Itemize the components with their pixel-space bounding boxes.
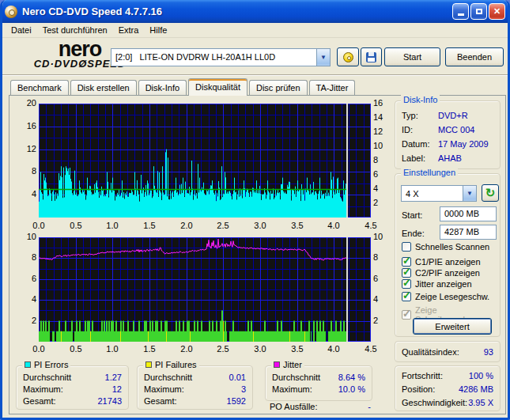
save-button[interactable] [361,47,382,66]
drive-select[interactable]: [2:0] LITE-ON DVDRW LH-20A1H LL0D ▼ [111,48,331,66]
stats-label: Durchschnitt [272,372,320,384]
axis-tick-label: 2.0 [176,221,197,230]
checkbox-schnelles-scannen[interactable]: Schnelles Scannen [402,242,489,252]
progress-row: Position:4286 MB [395,383,500,396]
axis-tick-label: 8 [373,252,391,262]
axis-tick-label: 6 [373,169,391,179]
legend-color-icon [25,361,31,368]
disk-info-row: Typ:DVD+R [395,108,500,123]
pi-failures-stats: PI FailuresDurchschnitt0.01Maximum:3Gesa… [137,365,253,410]
checkbox-label: C2/PIF anzeigen [415,268,480,278]
checkbox-label: C1/PIE anzeigen [415,257,481,267]
axis-tick-label: 8 [17,252,36,262]
axis-tick-label: 1.5 [139,221,160,230]
axis-tick-label: 8 [373,155,391,165]
menu-item-test-durchf-hren[interactable]: Test durchführen [37,25,113,36]
axis-tick-label: 2.5 [213,344,233,354]
progress-group: Fortschritt:100 %Position:4286 MBGeschwi… [395,365,501,411]
speed-select-value: 4 X [402,186,463,201]
checkbox-box: ✓ [402,279,411,289]
axis-tick-label: 3.0 [250,344,270,354]
disk-info-label: ID: [402,123,438,137]
axis-tick-label: 12 [373,127,391,136]
checkbox-c2-pif-anzeigen[interactable]: ✓C2/PIF anzeigen [402,268,480,278]
po-failures-value: - [368,402,371,411]
axis-tick-label: 4.5 [361,221,381,230]
speed-select[interactable]: 4 X ▼ [401,185,477,202]
axis-tick-label: 2.0 [176,344,197,354]
progress-value: 3.95 X [468,396,493,410]
stats-value: 1592 [227,395,246,407]
stats-row: Gesamt:1592 [138,395,252,407]
checkbox-zeige-lesegeschw[interactable]: ✓Zeige Lesegeschw. [402,292,489,301]
start-field-label: Start: [402,210,422,220]
maximize-button[interactable] [470,3,487,20]
stats-label: Gesamt: [144,395,177,407]
tab-benchmark[interactable]: Benchmark [10,80,69,96]
axis-tick-label: 14 [373,112,391,122]
checkbox-label: Zeige Lesegeschw. [415,292,489,301]
chevron-down-icon[interactable]: ▼ [316,49,330,66]
drive-select-value: [2:0] LITE-ON DVDRW LH-20A1H LL0D [111,49,316,66]
disk-info-label: Datum: [402,137,438,151]
checkbox-box: ✓ [402,292,411,301]
stats-title: PI Errors [22,360,70,369]
quality-index-label: Qualitätsindex: [402,346,459,359]
stats-value: 8.64 % [338,372,365,384]
checkbox-jitter-anzeigen[interactable]: ✓Jitter anzeigen [402,279,472,289]
stats-value: 3 [241,384,246,395]
stats-value: 12 [112,384,122,395]
tab-disc-pr-fen[interactable]: Disc prüfen [249,80,308,96]
stats-value: 1.27 [105,372,122,384]
axis-tick-label: 4.0 [323,221,344,230]
app-icon [5,6,17,18]
tab-disk-info[interactable]: Disk-Info [138,80,187,96]
tab-disk-erstellen[interactable]: Disk erstellen [70,80,137,96]
advanced-button[interactable]: Erweitert [413,318,492,335]
axis-tick-label: 10 [373,232,391,241]
disk-info-label: Label: [402,151,438,165]
chevron-down-icon[interactable]: ▼ [463,186,476,201]
stats-row: Gesamt:21743 [17,395,128,407]
start-field[interactable]: 0000 MB [440,206,497,221]
tab-ta-jitter[interactable]: TA-Jitter [309,80,356,96]
stats-title-text: PI Errors [34,360,68,369]
start-button[interactable]: Start [384,47,440,66]
title-bar: Nero CD-DVD Speed 4.7.7.16 ✕ [0,0,510,23]
axis-tick-label: 16 [373,98,391,108]
minimize-button[interactable] [452,3,469,20]
refresh-button[interactable]: ↻ [482,184,499,202]
menu-item-extra[interactable]: Extra [113,25,145,36]
refresh-icon: ↻ [485,188,496,198]
axis-tick-label: 4 [17,189,36,199]
end-field[interactable]: 4287 MB [440,225,497,240]
checkbox-c1-pie-anzeigen[interactable]: ✓C1/PIE anzeigen [402,257,481,267]
axis-tick-label: 20 [17,98,36,108]
axis-tick-label: 2.5 [213,221,233,230]
po-failures-label: PO Ausfälle: [270,402,318,411]
disk-info-value: 17 May 2009 [438,137,493,151]
stats-title-text: Jitter [283,360,302,369]
po-failures-row: PO Ausfälle: - [270,402,371,411]
menu-item-hilfe[interactable]: Hilfe [144,25,172,36]
eject-button[interactable] [337,47,359,66]
close-button[interactable]: ✕ [489,3,505,20]
disk-info-row: Label:AHAB [395,151,500,165]
menu-item-datei[interactable]: Datei [6,25,37,36]
tab-diskqualit-t[interactable]: Diskqualität [188,78,247,96]
quit-button[interactable]: Beenden [445,47,504,66]
stats-row: Durchschnitt8.64 % [266,372,372,384]
axis-tick-label: 3.5 [287,221,308,230]
stats-value: 10.0 % [338,384,365,395]
end-field-label: Ende: [402,229,425,238]
axis-tick-label: 0.0 [28,221,49,230]
stats-label: Gesamt: [23,395,56,407]
disk-info-row: Datum:17 May 2009 [395,137,500,151]
axis-tick-label: 2 [373,198,391,207]
axis-tick-label: 10 [17,232,36,241]
axis-tick-label: 12 [17,144,36,153]
check-icon: ✓ [402,266,411,278]
stats-label: Durchschnitt [23,372,71,384]
axis-tick-label: 1.0 [102,221,123,230]
axis-tick-label: 1.5 [139,344,160,354]
